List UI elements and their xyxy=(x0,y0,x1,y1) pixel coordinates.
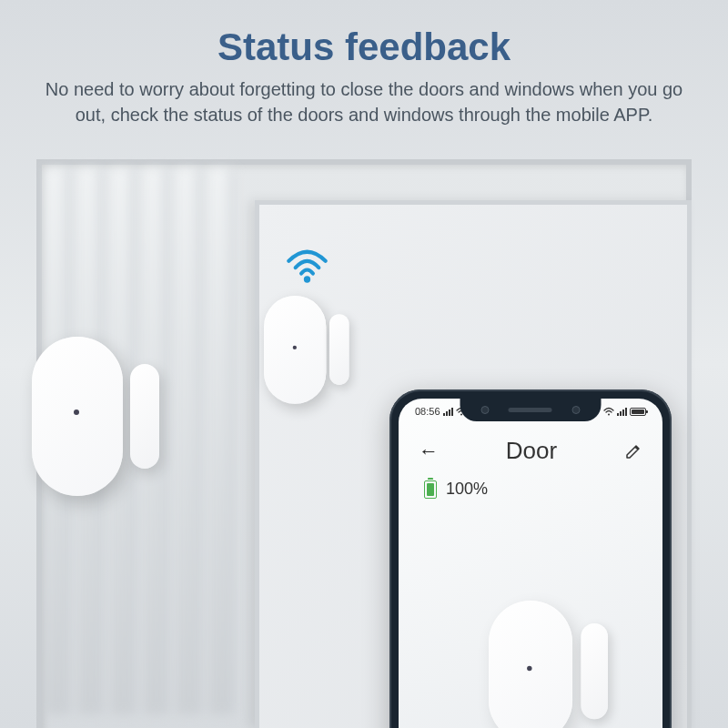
sensor-led-indicator xyxy=(74,410,79,415)
sensor-led-indicator xyxy=(293,346,297,349)
battery-level-icon xyxy=(424,480,437,499)
wifi-icon xyxy=(282,244,332,288)
battery-percentage: 100% xyxy=(446,480,488,499)
svg-point-2 xyxy=(608,414,610,416)
sensor-illustration xyxy=(489,601,572,728)
edit-button[interactable] xyxy=(624,442,642,460)
svg-point-1 xyxy=(460,414,462,416)
app-screen-title: Door xyxy=(506,437,557,465)
signal-bars-icon-right xyxy=(617,407,627,416)
page-subtitle: No need to worry about forgetting to clo… xyxy=(36,76,692,127)
header-section: Status feedback No need to worry about f… xyxy=(0,0,728,127)
status-bar-time: 08:56 xyxy=(415,406,440,417)
signal-bars-icon xyxy=(443,407,453,416)
sensor-led-indicator xyxy=(527,666,531,671)
svg-point-0 xyxy=(304,276,310,282)
phone-frame: 08:56 xyxy=(389,389,672,728)
sensor-magnet-strip xyxy=(329,314,349,385)
device-battery-status: 100% xyxy=(399,478,662,500)
front-sensor-icon xyxy=(572,406,581,414)
page-title: Status feedback xyxy=(0,25,728,69)
phone-notch xyxy=(460,399,602,421)
wifi-status-icon-right xyxy=(603,407,614,416)
door-sensor-device-middle xyxy=(264,296,326,404)
sensor-main-body xyxy=(489,601,572,728)
app-header: ← Door xyxy=(399,422,662,478)
phone-screen: 08:56 xyxy=(399,399,662,728)
phone-mockup: 08:56 xyxy=(389,389,672,728)
battery-status-icon xyxy=(630,408,646,416)
sensor-magnet-strip xyxy=(130,364,159,469)
back-button[interactable]: ← xyxy=(419,440,439,463)
door-sensor-device-left xyxy=(32,337,123,496)
phone-speaker xyxy=(509,408,552,412)
sensor-main-body xyxy=(32,337,123,496)
sensor-main-body xyxy=(264,296,326,404)
front-camera-icon xyxy=(480,406,489,414)
sensor-magnet-strip xyxy=(581,623,608,719)
